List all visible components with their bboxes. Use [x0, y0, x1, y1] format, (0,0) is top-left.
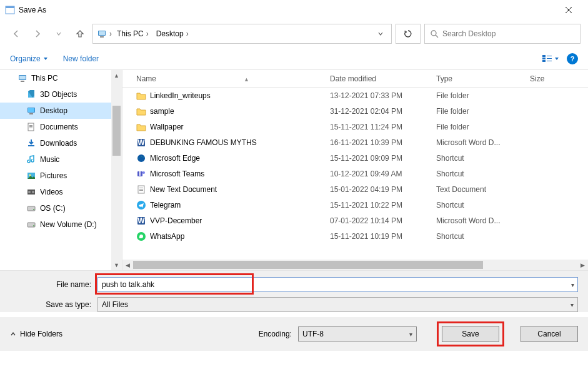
svg-rect-14	[547, 61, 552, 61]
window-title: Save As	[19, 6, 554, 14]
encoding-select[interactable]: UTF-8▾	[298, 326, 417, 341]
titlebar: Save As	[0, 0, 588, 20]
svg-rect-21	[29, 113, 33, 114]
svg-line-8	[436, 35, 438, 38]
column-type[interactable]: Type	[431, 74, 525, 83]
sidebar-item-music[interactable]: Music	[0, 151, 122, 168]
file-row[interactable]: sample31-12-2021 02:04 PMFile folder	[122, 103, 588, 119]
organize-menu[interactable]: Organize	[10, 54, 48, 63]
search-input[interactable]	[442, 29, 575, 38]
filename-input[interactable]	[97, 277, 578, 292]
saveas-label: Save as type:	[10, 300, 97, 309]
file-row[interactable]: Wallpaper15-11-2021 11:24 PMFile folder	[122, 119, 588, 134]
whatsapp-icon	[136, 231, 146, 241]
nav-row: › This PC› Desktop›	[0, 20, 588, 48]
drive-icon	[26, 203, 36, 213]
scroll-thumb[interactable]	[112, 106, 121, 156]
form-area: File name: ▾ Save as type: All Files▾	[0, 270, 588, 312]
sidebar-item-documents[interactable]: Documents	[0, 119, 122, 135]
hscroll-track[interactable]	[133, 260, 577, 270]
file-hscrollbar[interactable]: ◀ ▶	[122, 260, 588, 270]
svg-rect-12	[547, 56, 552, 56]
hscroll-left[interactable]: ◀	[122, 260, 133, 270]
refresh-button[interactable]	[396, 24, 421, 44]
scroll-down-button[interactable]: ▼	[111, 260, 122, 270]
view-options[interactable]	[542, 54, 559, 63]
pc-icon	[97, 29, 107, 39]
file-row[interactable]: LinkedIn_writeups13-12-2021 07:33 PMFile…	[122, 88, 588, 103]
column-size[interactable]: Size	[525, 74, 562, 83]
svg-rect-13	[547, 58, 552, 59]
svg-point-41	[142, 171, 145, 174]
search-box[interactable]	[424, 24, 581, 44]
sidebar-item-videos[interactable]: Videos	[0, 184, 122, 200]
sidebar-item-downloads[interactable]: Downloads	[0, 135, 122, 151]
address-dropdown[interactable]	[374, 31, 387, 37]
svg-rect-45	[139, 190, 143, 191]
file-row[interactable]: Microsoft Edge15-11-2021 09:09 PMShortcu…	[122, 150, 588, 166]
app-icon	[5, 5, 15, 15]
svg-text:W: W	[137, 216, 145, 225]
sidebar-item-os-c-[interactable]: OS (C:)	[0, 200, 122, 216]
file-row[interactable]: WVVP-December07-01-2022 10:14 PMMicrosof…	[122, 213, 588, 228]
column-date[interactable]: Date modified	[325, 74, 431, 83]
encoding-label: Encoding:	[259, 330, 292, 338]
hscroll-right[interactable]: ▶	[577, 260, 588, 270]
word-icon: W	[136, 138, 146, 148]
back-button[interactable]	[7, 25, 25, 43]
sidebar-item-this-pc[interactable]: This PC	[0, 70, 122, 86]
search-icon	[430, 29, 439, 38]
svg-point-7	[431, 31, 436, 36]
file-row[interactable]: Telegram15-11-2021 10:22 PMShortcut	[122, 197, 588, 213]
breadcrumb-this-pc[interactable]: This PC›	[114, 29, 151, 38]
hscroll-thumb[interactable]	[133, 261, 483, 269]
sidebar-scrollbar[interactable]: ▲ ▼	[111, 70, 122, 270]
file-row[interactable]: WhatsApp15-11-2021 10:19 PMShortcut	[122, 228, 588, 244]
svg-rect-6	[100, 36, 104, 38]
hide-folders-toggle[interactable]: Hide Folders	[10, 330, 62, 338]
address-bar[interactable]: › This PC› Desktop›	[92, 24, 392, 44]
svg-point-33	[33, 209, 34, 210]
svg-rect-25	[29, 128, 32, 128]
file-row[interactable]: TMicrosoft Teams10-12-2021 09:49 AMShort…	[122, 166, 588, 181]
new-folder-button[interactable]: New folder	[63, 54, 99, 63]
file-row[interactable]: New Text Document15-01-2022 04:19 PMText…	[122, 181, 588, 197]
svg-text:W: W	[137, 138, 145, 147]
column-headers: Name▲ Date modified Type Size	[122, 70, 588, 88]
teams-icon: T	[136, 169, 146, 179]
recent-dropdown[interactable]	[50, 25, 67, 43]
file-pane: Name▲ Date modified Type Size LinkedIn_w…	[122, 70, 588, 270]
svg-rect-1	[6, 6, 14, 8]
close-button[interactable]	[554, 0, 583, 20]
column-name[interactable]: Name▲	[131, 74, 325, 83]
svg-rect-44	[139, 189, 143, 190]
folder-icon	[136, 122, 146, 132]
cancel-button[interactable]: Cancel	[521, 326, 578, 342]
help-button[interactable]: ?	[567, 53, 578, 64]
up-button[interactable]	[71, 25, 89, 43]
file-list[interactable]: LinkedIn_writeups13-12-2021 07:33 PMFile…	[122, 88, 588, 260]
toolbar: Organize New folder ?	[0, 48, 588, 70]
svg-rect-10	[542, 58, 546, 59]
scroll-up-button[interactable]: ▲	[111, 70, 122, 81]
body: This PC3D ObjectsDesktopDocumentsDownloa…	[0, 70, 588, 270]
sidebar-item-3d-objects[interactable]: 3D Objects	[0, 86, 122, 103]
telegram-icon	[136, 200, 146, 210]
music-icon	[26, 154, 36, 164]
svg-rect-5	[99, 31, 105, 35]
breadcrumb-desktop[interactable]: Desktop›	[154, 29, 191, 38]
sidebar-item-desktop[interactable]: Desktop	[0, 103, 122, 119]
forward-button[interactable]	[29, 25, 46, 43]
chevron-up-icon	[10, 331, 16, 337]
chevron-right-icon: ›	[109, 29, 112, 38]
saveas-type-select[interactable]: All Files▾	[97, 297, 578, 312]
svg-rect-16	[19, 76, 26, 79]
sidebar-item-new-volume-d-[interactable]: New Volume (D:)	[0, 216, 122, 233]
pc-icon	[17, 73, 27, 83]
save-button[interactable]: Save	[442, 326, 499, 342]
sidebar-item-pictures[interactable]: Pictures	[0, 168, 122, 184]
svg-text:T: T	[137, 169, 142, 178]
file-row[interactable]: WDEBUNKING FAMOUS MYTHS16-11-2021 10:39 …	[122, 134, 588, 150]
svg-rect-24	[29, 126, 32, 127]
scroll-track[interactable]	[111, 81, 122, 260]
